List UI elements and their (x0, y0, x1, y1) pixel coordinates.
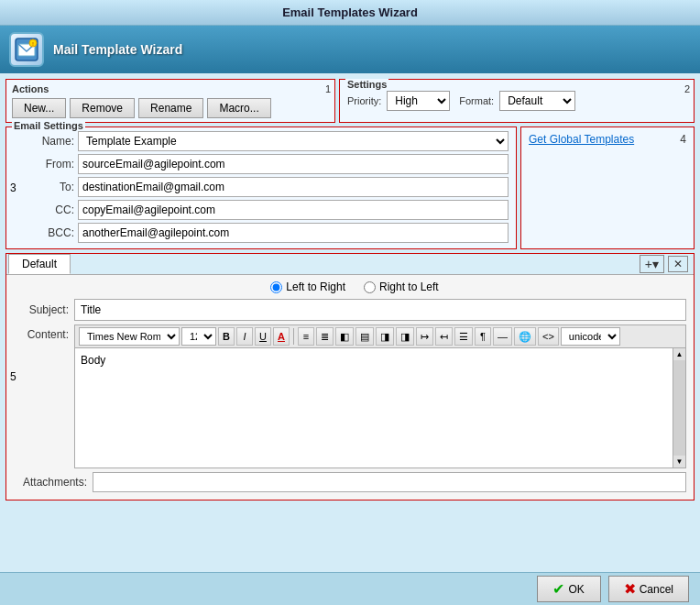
actions-section: Actions 1 New... Remove Rename Macro... (5, 79, 335, 123)
scroll-down-arrow[interactable]: ▼ (674, 456, 685, 468)
subject-row: Subject: (23, 299, 686, 321)
top-sections-row: Actions 1 New... Remove Rename Macro... … (5, 79, 695, 123)
left-to-right-label: Left to Right (286, 280, 345, 293)
email-section-number: 3 (10, 182, 16, 194)
global-templates-number: 4 (680, 133, 686, 146)
attachments-input[interactable] (93, 472, 686, 492)
italic-button[interactable]: I (236, 327, 253, 346)
subject-input[interactable] (74, 299, 686, 321)
priority-row: Priority: High Low Normal (347, 91, 450, 111)
right-to-left-label: Right to Left (379, 280, 439, 293)
global-templates-link[interactable]: Get Global Templates (529, 133, 634, 146)
right-to-left-radio[interactable] (364, 281, 376, 293)
scroll-up-arrow[interactable]: ▲ (674, 348, 685, 360)
from-input[interactable] (78, 154, 509, 174)
attachments-label: Attachments: (23, 476, 87, 489)
ok-icon: ✔ (552, 580, 564, 598)
editor-content[interactable]: Body (75, 348, 673, 468)
remove-button[interactable]: Remove (70, 98, 135, 118)
tab-actions: +▾ ✕ (640, 255, 692, 273)
email-fields: Name: Template Example From: To: CC: (39, 131, 509, 243)
align-right2-button[interactable]: ◨ (396, 327, 414, 346)
to-input[interactable] (78, 177, 509, 197)
direction-row: Left to Right Right to Left (23, 280, 686, 293)
tab-close-button[interactable]: ✕ (668, 256, 688, 272)
left-to-right-option[interactable]: Left to Right (270, 280, 345, 293)
header-icon: ! (9, 32, 44, 67)
bcc-label: BCC: (39, 226, 74, 239)
format-row: Format: Default HTML Plain Text (459, 91, 575, 111)
settings-label: Settings (345, 79, 388, 90)
rename-button[interactable]: Rename (138, 98, 203, 118)
header-bar: ! Mail Template Wizard (0, 26, 700, 73)
email-settings-label: Email Settings (12, 120, 85, 131)
editor-section-number: 5 (10, 370, 16, 383)
actions-number: 1 (325, 83, 331, 94)
cc-label: CC: (39, 204, 74, 216)
font-color-button[interactable]: A (273, 327, 290, 346)
default-tab[interactable]: Default (8, 254, 71, 274)
encoding-select[interactable]: unicode utf-8 (561, 327, 620, 346)
cancel-button[interactable]: ✖ Cancel (608, 576, 689, 602)
editor-scrollbar[interactable]: ▲ ▼ (673, 348, 685, 468)
editor-toolbar: Times New Roman Arial Courier New 12 810… (75, 325, 685, 348)
from-label: From: (39, 158, 74, 170)
priority-label: Priority: (347, 95, 381, 106)
underline-button[interactable]: U (255, 327, 271, 346)
right-to-left-option[interactable]: Right to Left (364, 280, 439, 293)
image-button[interactable]: 🌐 (514, 327, 536, 346)
tab-bar: Default +▾ ✕ (6, 254, 694, 275)
global-templates-area: Get Global Templates 4 (520, 126, 695, 249)
attachments-row: Attachments: (23, 468, 686, 494)
name-field-label: Name: (39, 135, 74, 148)
ok-label: OK (568, 583, 584, 596)
to-row: To: (39, 177, 509, 197)
ok-button[interactable]: ✔ OK (537, 576, 601, 602)
paragraph-button[interactable]: ¶ (475, 327, 491, 346)
list-ol-button[interactable]: ≡ (298, 327, 314, 346)
format-select[interactable]: Default HTML Plain Text (499, 91, 575, 111)
window-title: Email Templates Wizard (282, 6, 418, 19)
actions-label: Actions (12, 83, 329, 94)
editor-text-area: Body ▲ ▼ (75, 348, 685, 468)
list-ul-button[interactable]: ≣ (316, 327, 334, 346)
left-to-right-radio[interactable] (270, 281, 282, 293)
subject-label: Subject: (23, 303, 69, 316)
scrollbar-track[interactable] (673, 360, 685, 456)
cancel-label: Cancel (640, 583, 673, 596)
new-button[interactable]: New... (12, 98, 66, 118)
toolbar-sep-1 (293, 328, 294, 345)
from-row: From: (39, 154, 509, 174)
editor-body: Left to Right Right to Left Subject: Con… (6, 275, 694, 500)
actions-buttons: New... Remove Rename Macro... (12, 98, 329, 118)
cc-input[interactable] (78, 200, 509, 220)
settings-number: 2 (684, 83, 690, 94)
editor-section: 5 Default +▾ ✕ Left to Right Right to Le… (5, 253, 695, 500)
align-right-button[interactable]: ◨ (376, 327, 394, 346)
indent-button[interactable]: ↦ (416, 327, 433, 346)
bcc-row: BCC: (39, 223, 509, 243)
hr-button[interactable]: — (493, 327, 512, 346)
align-center-button[interactable]: ▤ (355, 327, 374, 346)
main-content: Actions 1 New... Remove Rename Macro... … (0, 73, 700, 572)
outdent-button[interactable]: ↤ (435, 327, 453, 346)
priority-select[interactable]: High Low Normal (387, 91, 450, 111)
name-select[interactable]: Template Example (78, 131, 509, 151)
tab-list: Default (8, 254, 72, 274)
content-label: Content: (23, 324, 69, 341)
format-label: Format: (459, 95, 494, 106)
bcc-input[interactable] (78, 223, 509, 243)
cancel-icon: ✖ (624, 580, 636, 598)
align-left-button[interactable]: ◧ (335, 327, 354, 346)
bold-button[interactable]: B (218, 327, 235, 346)
macro-button[interactable]: Macro... (207, 98, 270, 118)
html-button[interactable]: <> (538, 327, 559, 346)
settings-section: Settings Priority: High Low Normal Forma… (339, 79, 695, 123)
font-name-select[interactable]: Times New Roman Arial Courier New (79, 327, 180, 346)
tab-add-button[interactable]: +▾ (640, 255, 664, 273)
font-size-select[interactable]: 12 8101416 (181, 327, 216, 346)
email-settings-section: Email Settings 3 Name: Template Example … (5, 126, 517, 249)
title-bar: Email Templates Wizard (0, 0, 700, 26)
email-global-row: Email Settings 3 Name: Template Example … (5, 126, 695, 249)
align-j-button[interactable]: ☰ (454, 327, 473, 346)
